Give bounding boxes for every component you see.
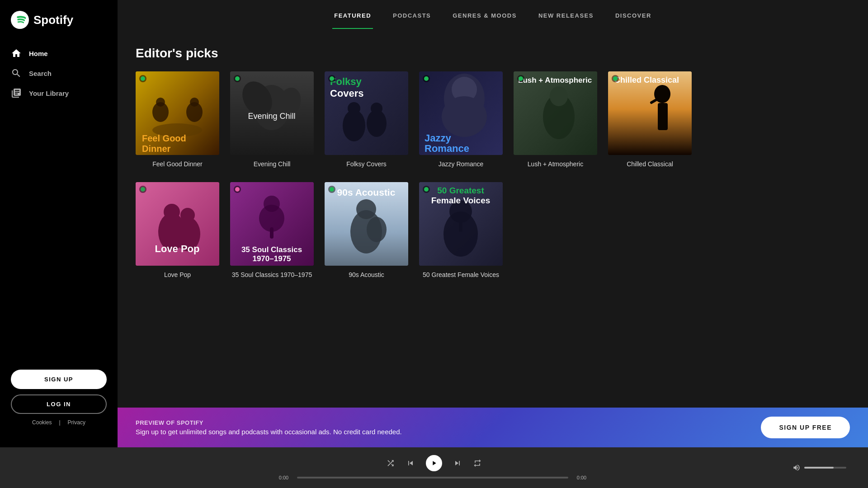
svg-rect-56 (270, 227, 274, 239)
soul-illustration: 35 Soul Classics 1970–1975 (230, 182, 314, 266)
playlist-card-love-pop[interactable]: Love Pop Love Pop (136, 182, 219, 278)
volume-bar[interactable] (804, 467, 846, 469)
playlist-img-female: 50 Greatest Female Voices (419, 182, 503, 266)
play-button[interactable] (426, 455, 442, 471)
playlist-title-lush: Lush + Atmospheric (528, 160, 583, 168)
svg-point-27 (442, 96, 487, 137)
svg-text:Jazzy: Jazzy (425, 132, 451, 144)
svg-point-31 (424, 76, 429, 81)
playlist-card-jazzy[interactable]: Jazzy Romance Jazzy Romance (419, 71, 503, 168)
logo-area: Spotify (0, 11, 118, 43)
signup-free-button[interactable]: SIGN UP FREE (761, 417, 850, 438)
playlist-title-feel-good: Feel Good Dinner (152, 160, 203, 168)
sidebar-bottom: SIGN UP LOG IN Cookies | Privacy (0, 359, 118, 436)
progress-track[interactable] (297, 477, 568, 479)
svg-text:Female Voices: Female Voices (431, 196, 491, 205)
evening-chill-illustration: Evening Chill (230, 71, 314, 155)
playlist-img-feel-good: Feel Good Dinner (136, 71, 219, 155)
preview-description: Sign up to get unlimited songs and podca… (136, 428, 402, 436)
playlist-img-folksy: Folksy Covers (325, 71, 408, 155)
next-button[interactable] (453, 459, 462, 468)
svg-text:Evening Chill: Evening Chill (248, 112, 295, 121)
lush-illustration: Lush + Atmospheric (514, 71, 597, 155)
shuffle-icon (386, 459, 395, 468)
svg-text:Dinner: Dinner (142, 144, 171, 154)
cookies-link[interactable]: Cookies (32, 419, 52, 426)
svg-point-4 (156, 98, 165, 107)
svg-point-47 (164, 204, 180, 220)
playlist-card-soul[interactable]: 35 Soul Classics 1970–1975 35 Soul Class… (230, 182, 314, 278)
playlist-title-evening-chill: Evening Chill (254, 160, 291, 168)
login-button[interactable]: LOG IN (11, 394, 107, 414)
player-row: 0:00 0:00 (11, 455, 857, 480)
tab-new-releases[interactable]: NEW RELEASES (537, 3, 595, 29)
svg-point-24 (330, 76, 334, 81)
playlist-title-love-pop: Love Pop (164, 271, 191, 278)
playlist-card-folksy[interactable]: Folksy Covers Folksy Covers (325, 71, 408, 168)
sidebar-item-home[interactable]: Home (0, 43, 118, 63)
tab-discover[interactable]: DISCOVER (613, 3, 653, 29)
sidebar-library-label: Your Library (29, 89, 69, 97)
playlist-title-jazzy: Jazzy Romance (439, 160, 484, 168)
volume-area (793, 464, 846, 472)
privacy-link[interactable]: Privacy (68, 419, 85, 426)
acoustic-illustration: 90s Acoustic (325, 182, 408, 266)
spotify-dot-female (423, 186, 430, 193)
spotify-dot-chilled (612, 75, 619, 82)
playlist-card-acoustic[interactable]: 90s Acoustic 90s Acoustic (325, 182, 408, 278)
player-bar: 0:00 0:00 (0, 447, 868, 488)
svg-point-10 (141, 76, 145, 81)
playlist-img-chilled: Chilled Classical (608, 71, 692, 155)
folksy-illustration: Folksy Covers (325, 71, 408, 155)
prev-button[interactable] (406, 459, 415, 468)
playlist-card-female[interactable]: 50 Greatest Female Voices 50 Greatest Fe… (419, 182, 503, 278)
top-nav: FEATURED PODCASTS GENRES & MOODS NEW REL… (118, 0, 868, 32)
playlist-img-acoustic: 90s Acoustic (325, 182, 408, 266)
spotify-dot-lush (517, 75, 524, 82)
tab-podcasts[interactable]: PODCASTS (391, 3, 433, 29)
playlist-card-chilled[interactable]: Chilled Classical Chilled Classical (608, 71, 692, 168)
signup-button[interactable]: SIGN UP (11, 370, 107, 389)
svg-point-63 (356, 199, 376, 219)
time-start: 0:00 (276, 475, 292, 480)
repeat-button[interactable] (473, 459, 482, 468)
playlist-title-folksy: Folksy Covers (346, 160, 387, 168)
progress-area: 0:00 0:00 (276, 475, 592, 480)
search-icon (11, 68, 22, 79)
sidebar-item-library[interactable]: Your Library (0, 83, 118, 103)
tab-featured[interactable]: FEATURED (332, 3, 373, 29)
shuffle-button[interactable] (386, 459, 395, 468)
footer-links: Cookies | Privacy (11, 419, 107, 426)
svg-point-67 (330, 187, 334, 192)
sidebar-item-search[interactable]: Search (0, 63, 118, 83)
play-icon (430, 460, 438, 467)
sidebar-nav: Home Search Your Library (0, 43, 118, 103)
svg-text:35 Soul Classics: 35 Soul Classics (241, 245, 302, 254)
playlist-card-lush[interactable]: Lush + Atmospheric Lush + Atmospheric (514, 71, 597, 168)
love-pop-illustration: Love Pop (136, 182, 219, 266)
playlist-card-evening-chill[interactable]: Evening Chill Evening Chill (230, 71, 314, 168)
svg-point-60 (235, 187, 240, 192)
tab-genres[interactable]: GENRES & MOODS (451, 3, 519, 29)
volume-icon (793, 464, 801, 472)
jazzy-illustration: Jazzy Romance (419, 71, 503, 155)
chilled-illustration: Chilled Classical (608, 71, 692, 155)
home-icon (11, 48, 22, 59)
playlist-grid-row2: Love Pop Love Pop (136, 182, 850, 278)
svg-text:50 Greatest: 50 Greatest (437, 186, 484, 195)
svg-text:Love Pop: Love Pop (155, 243, 199, 254)
playlist-card-feel-good[interactable]: Feel Good Dinner Feel Good Dinner (136, 71, 219, 168)
playlist-title-female: 50 Greatest Female Voices (423, 271, 499, 278)
playlist-grid-row1: Feel Good Dinner Feel Good Dinner (136, 71, 850, 168)
time-end: 0:00 (574, 475, 590, 480)
playlist-img-soul: 35 Soul Classics 1970–1975 (230, 182, 314, 266)
spotify-dot-soul (234, 186, 241, 193)
svg-point-75 (424, 187, 429, 192)
playlist-img-evening-chill: Evening Chill (230, 71, 314, 155)
svg-point-49 (180, 208, 195, 222)
playlist-img-love-pop: Love Pop (136, 182, 219, 266)
playlist-title-soul: 35 Soul Classics 1970–1975 (232, 271, 312, 278)
svg-point-6 (190, 98, 199, 107)
playlist-img-lush: Lush + Atmospheric (514, 71, 597, 155)
svg-point-55 (264, 196, 280, 212)
